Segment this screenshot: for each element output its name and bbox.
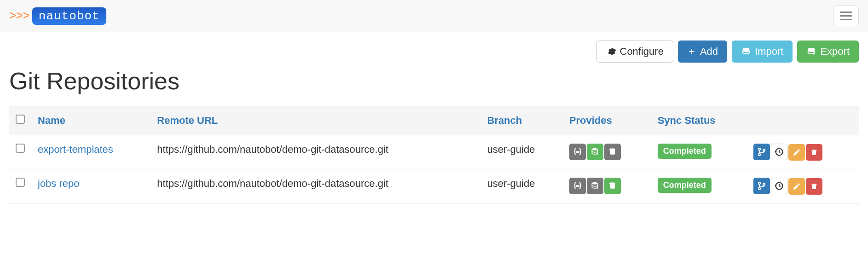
page-title: Git Repositories [9,67,859,95]
repo-name-link[interactable]: export-templates [38,144,113,155]
configure-label: Configure [620,46,664,58]
col-branch[interactable]: Branch [480,106,562,135]
sync-button[interactable] [753,144,770,160]
export-button[interactable]: Export [797,41,859,63]
repo-name-link[interactable]: jobs repo [38,178,80,189]
svg-point-6 [758,148,760,150]
col-provides[interactable]: Provides [563,106,651,135]
svg-point-2 [576,151,577,152]
row-checkbox[interactable] [16,178,25,187]
export-templates-icon [587,178,603,194]
svg-point-15 [763,184,765,185]
svg-point-8 [763,150,765,151]
col-actions [747,106,859,135]
svg-point-13 [758,182,760,184]
add-label: Add [700,46,718,58]
config-contexts-icon [569,178,586,194]
import-button[interactable]: Import [732,41,793,63]
history-button[interactable] [771,178,787,194]
remote-url-cell: https://github.com/nautobot/demo-git-dat… [150,169,480,203]
select-all-checkbox[interactable] [16,115,25,124]
export-templates-icon [587,144,603,160]
add-button[interactable]: Add [678,41,727,63]
action-buttons-row: Configure Add Import Export [9,41,859,63]
jobs-icon [604,144,621,160]
export-label: Export [820,46,850,58]
sync-status-badge: Completed [658,144,712,159]
remote-url-cell: https://github.com/nautobot/demo-git-dat… [150,135,480,169]
svg-point-12 [592,182,597,185]
configure-button[interactable]: Configure [596,41,673,63]
branch-cell: user-guide [480,135,562,169]
logo-prompt: >>> [9,9,29,23]
export-icon [806,46,816,57]
svg-point-11 [578,185,579,186]
svg-point-14 [758,188,760,190]
import-label: Import [755,46,783,58]
history-button[interactable] [771,144,787,160]
navbar: >>> nautobot [0,0,868,32]
svg-point-3 [577,151,578,152]
svg-point-10 [577,185,578,186]
delete-button[interactable] [806,144,822,161]
gear-icon [606,46,616,57]
edit-button[interactable] [788,178,805,195]
table-row: jobs repohttps://github.com/nautobot/dem… [9,169,859,203]
col-name[interactable]: Name [31,106,150,135]
row-checkbox[interactable] [16,144,25,153]
table-row: export-templateshttps://github.com/nauto… [9,135,859,169]
plus-icon [687,47,696,56]
svg-point-5 [592,148,597,151]
jobs-icon [604,178,621,194]
config-contexts-icon [569,144,586,160]
hamburger-menu[interactable] [833,6,859,26]
svg-point-4 [578,151,579,152]
provides-cell [563,169,651,203]
sync-button[interactable] [753,178,770,194]
svg-point-9 [576,185,577,186]
branch-cell: user-guide [480,169,562,203]
import-icon [741,46,751,57]
logo[interactable]: >>> nautobot [9,7,106,25]
svg-point-7 [758,154,760,156]
sync-status-badge: Completed [658,178,712,193]
col-sync-status[interactable]: Sync Status [651,106,747,135]
col-remote-url[interactable]: Remote URL [150,106,480,135]
provides-cell [563,135,651,169]
delete-button[interactable] [806,178,822,195]
logo-brand: nautobot [32,7,106,25]
git-repos-table: Name Remote URL Branch Provides Sync Sta… [9,106,859,203]
edit-button[interactable] [788,144,805,161]
